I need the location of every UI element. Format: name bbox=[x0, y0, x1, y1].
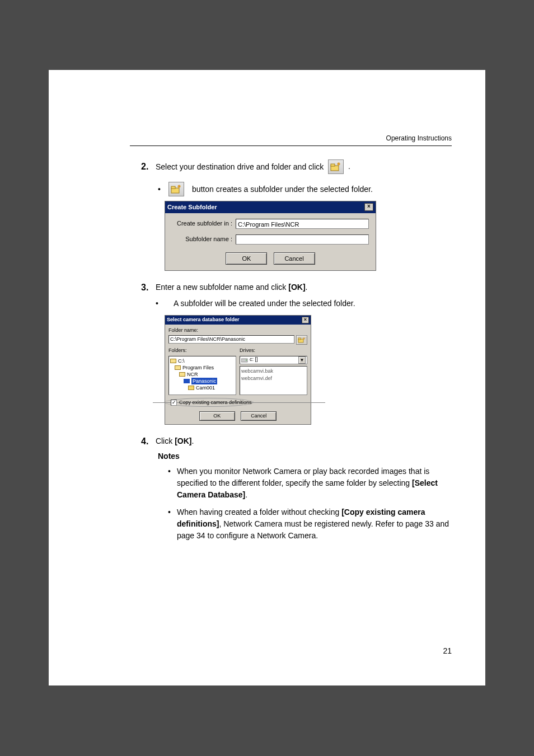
bullet-text: button creates a subfolder under the sel… bbox=[192, 184, 373, 195]
step-text-after: . bbox=[306, 283, 308, 292]
folder-path-input[interactable]: C:\Program Files\NCR\Panasonic bbox=[168, 335, 294, 344]
select-database-folder-dialog: Select camera database folder × Folder n… bbox=[165, 315, 311, 425]
tree-item[interactable]: C:\ bbox=[178, 358, 185, 364]
folder-icon bbox=[170, 359, 176, 363]
subfolder-name-label: Subfolder name : bbox=[172, 234, 232, 244]
ok-button[interactable]: OK bbox=[226, 252, 267, 265]
dialog-title: Create Subfolder bbox=[167, 203, 217, 212]
bullet-dot: • bbox=[158, 185, 161, 193]
step-text: Enter a new subfolder name and click bbox=[156, 283, 288, 292]
notes-list: When you monitor Network Camera or play … bbox=[168, 466, 452, 542]
file-item[interactable]: webcamvi.bak bbox=[241, 368, 306, 375]
step-number: 4. bbox=[141, 435, 153, 448]
dialog-columns: Folders: C:\ Program Files NCR Panasonic… bbox=[168, 347, 307, 395]
create-subfolder-dialog: Create Subfolder × Create subfolder in :… bbox=[165, 201, 376, 271]
new-folder-icon bbox=[168, 182, 184, 196]
file-list[interactable]: webcamvi.bak webcamvi.def bbox=[240, 366, 307, 395]
drive-icon bbox=[241, 358, 248, 363]
dialog-titlebar: Select camera database folder × bbox=[165, 316, 311, 325]
dialog-body: Folder name: C:\Program Files\NCR\Panaso… bbox=[165, 325, 311, 425]
folder-path-row: C:\Program Files\NCR\Panasonic bbox=[168, 335, 307, 345]
ok-reference: [OK] bbox=[175, 436, 191, 445]
subfolder-name-input[interactable] bbox=[236, 234, 369, 245]
step-2-bullet: • button creates a subfolder under the s… bbox=[158, 182, 452, 196]
dialog-title: Select camera database folder bbox=[167, 316, 240, 324]
cancel-button[interactable]: Cancel bbox=[274, 252, 315, 265]
step-4: 4. Click [OK]. Notes When you monitor Ne… bbox=[141, 435, 452, 542]
drives-column: Drives: c: [] ▼ webcamvi.bak webcamv bbox=[240, 347, 307, 395]
copy-definitions-checkbox[interactable]: ✓ bbox=[171, 400, 177, 406]
step-2: 2. Select your destination drive and fol… bbox=[141, 159, 452, 271]
document-page: Operating Instructions 2. Select your de… bbox=[49, 70, 485, 685]
step-3-sub: A subfolder will be created under the se… bbox=[165, 298, 452, 309]
dialog-body: Create subfolder in : C:\Program Files\N… bbox=[165, 213, 376, 271]
page-number: 21 bbox=[443, 646, 452, 655]
ok-reference: [OK] bbox=[288, 283, 305, 292]
page-content: 2. Select your destination drive and fol… bbox=[141, 159, 452, 552]
header-rule bbox=[130, 145, 452, 146]
close-button[interactable]: × bbox=[302, 317, 309, 323]
note-text: . bbox=[245, 490, 247, 499]
ok-button[interactable]: OK bbox=[199, 411, 235, 421]
dialog-buttons: OK Cancel bbox=[168, 410, 307, 421]
cancel-button[interactable]: Cancel bbox=[241, 411, 277, 421]
folder-tree[interactable]: C:\ Program Files NCR Panasonic Cam001 bbox=[168, 356, 236, 395]
svg-rect-7 bbox=[171, 186, 175, 189]
folder-icon bbox=[179, 372, 185, 377]
note-text: When you monitor Network Camera or play … bbox=[177, 467, 429, 487]
step-3: 3. Enter a new subfolder name and click … bbox=[141, 281, 452, 425]
copy-definitions-label: Copy existing camera definitions bbox=[179, 399, 252, 407]
tree-item[interactable]: Cam001 bbox=[196, 384, 215, 391]
notes-item: When you monitor Network Camera or play … bbox=[168, 466, 452, 501]
folder-icon bbox=[184, 379, 190, 383]
step-text-after: . bbox=[348, 162, 350, 171]
drive-selected-text: c: [] bbox=[250, 356, 258, 364]
subfolder-name-row: Subfolder name : bbox=[172, 234, 369, 245]
checkbox-row: ✓ Copy existing camera definitions bbox=[163, 398, 313, 408]
file-item[interactable]: webcamvi.def bbox=[241, 375, 306, 383]
running-header: Operating Instructions bbox=[386, 134, 452, 142]
tree-item-selected[interactable]: Panasonic bbox=[191, 378, 217, 384]
step-number: 2. bbox=[141, 160, 153, 173]
new-folder-icon bbox=[328, 159, 344, 174]
tree-item[interactable]: Program Files bbox=[182, 364, 214, 371]
create-in-row: Create subfolder in : C:\Program Files\N… bbox=[172, 219, 369, 229]
folders-label: Folders: bbox=[168, 347, 236, 355]
drive-select[interactable]: c: [] ▼ bbox=[240, 356, 307, 364]
foldername-label: Folder name: bbox=[168, 327, 307, 335]
create-in-label: Create subfolder in : bbox=[172, 219, 232, 228]
new-folder-button[interactable] bbox=[296, 335, 307, 345]
chevron-down-icon[interactable]: ▼ bbox=[298, 356, 306, 364]
drives-label: Drives: bbox=[240, 347, 307, 355]
step-number: 3. bbox=[141, 281, 153, 294]
svg-rect-1 bbox=[331, 164, 335, 166]
notes-item: When having created a folder without che… bbox=[168, 506, 452, 542]
step-text-after: . bbox=[191, 436, 194, 445]
create-in-input[interactable]: C:\Program Files\NCR bbox=[236, 219, 369, 229]
tree-item[interactable]: NCR bbox=[187, 371, 198, 378]
step-text: Select your destination drive and folder… bbox=[156, 162, 326, 171]
folder-icon bbox=[188, 386, 194, 390]
folder-icon bbox=[175, 365, 181, 370]
dialog-titlebar: Create Subfolder × bbox=[165, 201, 376, 213]
dialog-buttons: OK Cancel bbox=[172, 250, 369, 266]
svg-rect-13 bbox=[298, 338, 301, 340]
note-text: When having created a folder without che… bbox=[177, 508, 341, 516]
close-button[interactable]: × bbox=[364, 203, 373, 211]
folders-column: Folders: C:\ Program Files NCR Panasonic… bbox=[168, 347, 236, 395]
step-text: Click bbox=[156, 436, 175, 445]
svg-rect-17 bbox=[246, 360, 247, 360]
notes-heading: Notes bbox=[158, 450, 452, 462]
